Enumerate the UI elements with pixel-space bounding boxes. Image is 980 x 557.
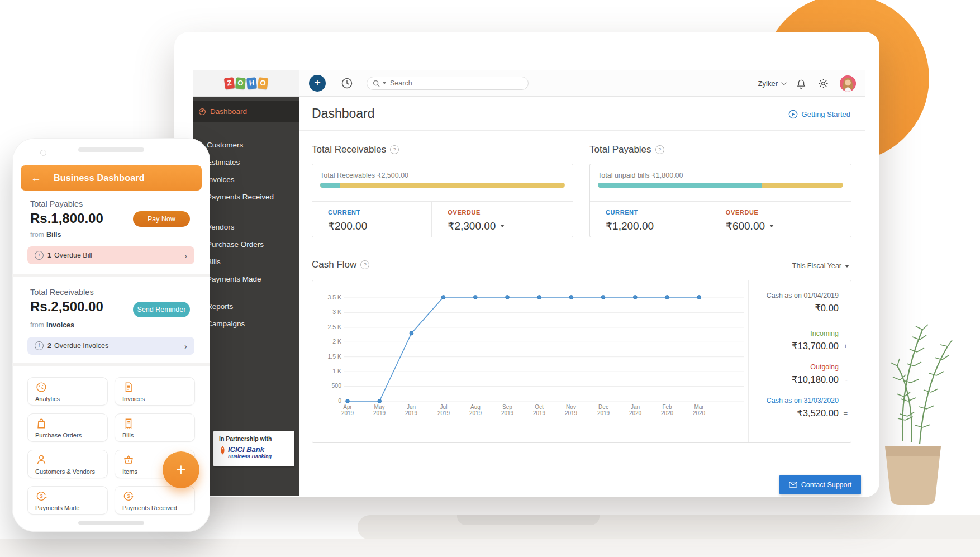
tile-invoices[interactable]: Invoices: [115, 377, 195, 406]
receivables-progress-bar: [320, 183, 565, 188]
incoming-sign: +: [843, 342, 848, 350]
basket-icon: [122, 454, 135, 466]
phone-camera: [40, 150, 46, 156]
svg-text:$: $: [40, 493, 42, 499]
mobile-header: ← Business Dashboard: [21, 165, 202, 191]
x-axis-label: May2019: [367, 404, 392, 416]
cashflow-card: 3.5 K 3 K 2.5 K 2 K 1.5 K 1 K 500 0 Apr2…: [312, 280, 851, 443]
dashboard-icon: [198, 108, 206, 116]
section-divider: [12, 274, 210, 277]
sidebar-item-label: Vendors: [207, 223, 235, 231]
receipt-icon: [122, 417, 135, 430]
user-avatar[interactable]: [840, 75, 856, 92]
decor-plant: [869, 313, 970, 520]
phone-speaker: [78, 147, 144, 152]
search-box[interactable]: [367, 77, 529, 90]
contact-support-label: Contact Support: [801, 481, 851, 489]
cashflow-line-chart: [312, 280, 748, 444]
phone-home-indicator: [78, 521, 144, 525]
sidebar-item-label: Purchase Orders: [207, 240, 264, 249]
payables-section-title: Total Payables?: [589, 144, 664, 155]
overdue-label: OVERDUE: [726, 209, 851, 216]
payables-summary: Total unpaid bills ₹1,800.00: [598, 171, 683, 179]
tile-bills[interactable]: Bills: [115, 413, 195, 442]
section-divider: [12, 363, 210, 366]
back-arrow-icon[interactable]: ←: [31, 172, 41, 184]
tile-purchase-orders[interactable]: Purchase Orders: [27, 413, 108, 442]
search-input[interactable]: [389, 79, 522, 88]
mobile-receivables-amount: Rs.2,500.00: [30, 299, 103, 315]
mobile-receivables-label: Total Receivables: [30, 288, 94, 297]
x-axis-label: Aug2019: [463, 404, 488, 416]
recent-history-icon[interactable]: [340, 77, 354, 90]
org-switcher[interactable]: Zylker: [758, 79, 785, 88]
zoho-logo-letter: O: [258, 77, 268, 89]
zoho-logo-letter: H: [246, 77, 257, 89]
payables-overdue-value: ₹600.00: [726, 220, 765, 232]
tile-label: Analytics: [35, 396, 60, 402]
contact-support-button[interactable]: Contact Support: [779, 475, 861, 494]
incoming-value: ₹13,700.00: [792, 341, 839, 351]
x-axis-label: Mar2020: [687, 404, 711, 416]
zoho-logo-letter: Z: [224, 77, 235, 89]
outgoing-label: Outgoing: [810, 363, 839, 371]
tile-customers-vendors[interactable]: Customers & Vendors: [27, 450, 108, 478]
topbar-main: + Zylker: [299, 70, 865, 97]
search-scope-caret[interactable]: [383, 82, 386, 84]
main-content: Dashboard Getting Started Total Receivab…: [299, 97, 865, 496]
sidebar-item-dashboard[interactable]: Dashboard: [193, 101, 299, 122]
svg-text:$: $: [127, 493, 130, 499]
pay-now-button[interactable]: Pay Now: [133, 211, 190, 227]
partnership-text: In Partnership with: [219, 435, 290, 442]
opening-cash-value: ₹0.00: [815, 303, 839, 313]
y-axis-tick: 3.5 K: [318, 294, 341, 301]
sidebar-item-label: Customers: [207, 141, 243, 149]
help-icon[interactable]: ?: [390, 145, 399, 154]
chevron-right-icon: ›: [184, 251, 187, 260]
mobile-payables-amount: Rs.1,800.00: [30, 211, 103, 226]
zoho-logo-letter: O: [235, 77, 246, 89]
overdue-invoices-banner[interactable]: i 2 Overdue Invoices ›: [27, 337, 194, 355]
tile-label: Payments Made: [35, 504, 79, 511]
fiscal-year-label: This Fiscal Year: [792, 262, 841, 270]
x-axis-label: Jul2019: [431, 404, 456, 416]
incoming-label: Incoming: [810, 330, 839, 337]
sidebar-item-label: Estimates: [207, 158, 240, 166]
overdue-label: OVERDUE: [448, 209, 573, 216]
getting-started-label: Getting Started: [802, 110, 850, 118]
x-axis-label: Jan2020: [623, 404, 648, 416]
x-axis-label: Apr2019: [335, 404, 360, 416]
overdue-dropdown-caret[interactable]: [500, 225, 505, 227]
receivables-current-value: ₹200.00: [328, 220, 431, 232]
add-fab-button[interactable]: +: [163, 451, 199, 488]
sidebar-item-customers[interactable]: Customers: [193, 136, 299, 154]
overdue-dropdown-caret[interactable]: [769, 225, 774, 227]
icici-bank-icon: [219, 446, 226, 455]
y-axis-tick: 0: [318, 397, 341, 404]
send-reminder-button[interactable]: Send Reminder: [133, 302, 190, 317]
mobile-header-title: Business Dashboard: [54, 173, 145, 183]
fiscal-year-selector[interactable]: This Fiscal Year: [792, 262, 849, 270]
laptop-bottom-strip: [0, 539, 980, 557]
x-axis-label: Oct2019: [527, 404, 551, 416]
opening-cash-label: Cash as on 01/04/2019: [767, 292, 839, 299]
tile-payments-made[interactable]: $ Payments Made: [27, 486, 108, 515]
chevron-right-icon: ›: [184, 341, 187, 351]
add-new-button[interactable]: +: [309, 75, 326, 92]
receivables-overdue-value: ₹2,300.00: [448, 220, 496, 232]
overdue-bills-banner[interactable]: i 1 Overdue Bill ›: [27, 246, 194, 264]
payment-incoming-icon: $: [122, 490, 135, 502]
tile-label: Payments Received: [122, 504, 177, 511]
tile-payments-received[interactable]: $ Payments Received: [115, 486, 195, 515]
tile-label: Purchase Orders: [35, 432, 82, 439]
info-icon: i: [35, 341, 44, 350]
getting-started-link[interactable]: Getting Started: [788, 110, 850, 119]
org-name: Zylker: [758, 79, 778, 88]
notifications-bell-icon[interactable]: [796, 78, 807, 89]
page-title: Dashboard: [312, 106, 375, 121]
help-icon[interactable]: ?: [655, 145, 664, 154]
settings-gear-icon[interactable]: [817, 78, 829, 89]
help-icon[interactable]: ?: [360, 260, 369, 269]
y-axis-tick: 3 K: [318, 308, 341, 315]
tile-analytics[interactable]: Analytics: [27, 377, 108, 406]
